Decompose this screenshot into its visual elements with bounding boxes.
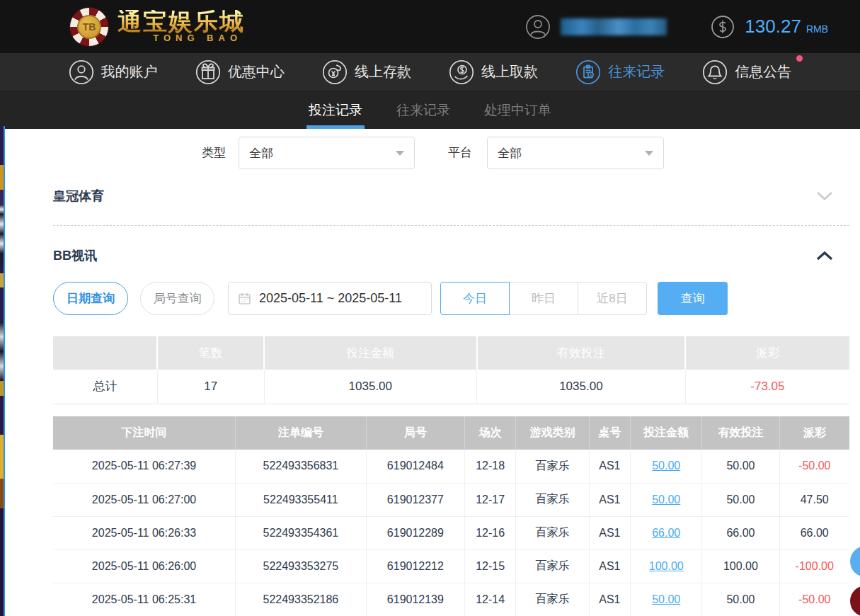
table-row: 2025-05-11 06:27:00 522493355411 6190123… [53, 483, 849, 516]
table-row: 2025-05-11 06:26:00 522493353275 6190122… [53, 549, 849, 583]
bet-amount-link[interactable]: 100.00 [649, 560, 684, 572]
date-range-input[interactable]: 2025-05-11 ~ 2025-05-11 [228, 282, 432, 315]
bet-amount-link[interactable]: 50.00 [652, 494, 680, 506]
nav-item-my-account[interactable]: 我的账户 [69, 59, 158, 85]
nav-item-announcements[interactable]: 信息公告 [702, 59, 791, 85]
date-query-button[interactable]: 日期查询 [53, 282, 128, 315]
cell-valid: 50.00 [702, 483, 779, 516]
tab-pending-orders[interactable]: 处理中订单 [483, 91, 553, 129]
round-query-button[interactable]: 局号查询 [140, 282, 214, 315]
cell-order: 522493352186 [236, 583, 367, 616]
content-area: 类型 全部 平台 全部 皇冠体育 BB视讯 日期查询 局号查询 [0, 129, 860, 616]
bell-icon [702, 59, 728, 85]
cell-payout: -100.00 [779, 549, 849, 583]
chevron-down-icon[interactable] [815, 190, 834, 202]
chevron-up-icon[interactable] [815, 250, 834, 261]
balance-currency: RMB [806, 23, 828, 35]
tab-transaction-records[interactable]: 往来记录 [395, 91, 452, 129]
site-logo[interactable]: TB 通宝娱乐城 TONG BAO [69, 7, 245, 47]
cell-round: 619012484 [366, 450, 465, 483]
cell-time: 2025-05-11 06:26:33 [53, 516, 236, 549]
nav-item-records[interactable]: 往来记录 [575, 59, 665, 85]
sub-tab-bar: 投注记录 往来记录 处理中订单 [0, 91, 860, 129]
last-8-days-button[interactable]: 近8日 [578, 282, 647, 315]
bet-amount-link[interactable]: 50.00 [652, 460, 680, 472]
username-redacted[interactable] [561, 18, 667, 35]
cell-session: 12-14 [465, 583, 516, 616]
cell-payout: 66.00 [779, 516, 849, 549]
section-divider [53, 225, 849, 226]
cell-time: 2025-05-11 06:27:39 [53, 450, 236, 483]
records-icon [575, 59, 601, 85]
main-nav: 我的账户 优惠中心 线上存款 [0, 53, 860, 91]
platform-select[interactable]: 全部 [487, 137, 664, 169]
calendar-icon [238, 292, 251, 305]
nav-item-withdraw[interactable]: 线上取款 [449, 59, 538, 85]
nav-item-promotions[interactable]: 优惠中心 [195, 59, 285, 85]
cell-payout: -50.00 [779, 583, 849, 616]
nav-label: 信息公告 [735, 62, 791, 81]
col-bet-amount: 投注金额 [631, 416, 702, 450]
cell-valid: 66.00 [702, 516, 779, 549]
cell-round: 619012289 [366, 516, 465, 549]
table-header-row: 下注时间 注单编号 局号 场次 游戏类别 桌号 投注金额 有效投注 派彩 [53, 416, 849, 450]
notification-dot [796, 55, 803, 62]
cell-valid: 50.00 [702, 583, 779, 616]
bet-amount-link[interactable]: 50.00 [652, 593, 680, 605]
nav-label: 我的账户 [101, 62, 158, 81]
tab-bet-records[interactable]: 投注记录 [307, 91, 364, 129]
summary-header-bet: 投注金额 [264, 336, 476, 370]
cell-valid: 50.00 [702, 450, 779, 483]
cell-order: 522493353275 [236, 549, 367, 583]
poker-chip-icon: TB [69, 7, 109, 47]
summary-total-payout: -73.05 [685, 370, 849, 404]
type-select[interactable]: 全部 [239, 137, 415, 169]
chevron-down-icon [645, 151, 653, 156]
type-select-value: 全部 [249, 145, 273, 161]
cell-session: 12-18 [465, 450, 516, 483]
cell-table: AS1 [589, 450, 631, 483]
cell-table: AS1 [589, 516, 631, 549]
cell-round: 619012212 [366, 549, 465, 583]
bet-amount-link[interactable]: 66.00 [652, 527, 680, 539]
section-title: BB视讯 [53, 247, 97, 264]
table-row: 2025-05-11 06:27:39 522493356831 6190124… [53, 450, 849, 483]
cell-time: 2025-05-11 06:25:31 [53, 583, 236, 616]
col-bet-time: 下注时间 [53, 416, 236, 450]
cell-session: 12-17 [465, 483, 516, 516]
search-button[interactable]: 查询 [658, 282, 728, 315]
filter-row: 类型 全部 平台 全部 [0, 136, 860, 170]
nav-item-deposit[interactable]: 线上存款 [322, 59, 411, 85]
chevron-down-icon [396, 151, 404, 156]
site-title: 通宝娱乐城 [117, 10, 245, 34]
user-icon[interactable] [525, 14, 551, 40]
nav-label: 优惠中心 [228, 62, 285, 81]
cell-payout: -50.00 [779, 450, 849, 483]
date-range-value: 2025-05-11 ~ 2025-05-11 [259, 291, 402, 306]
bet-records-table: 下注时间 注单编号 局号 场次 游戏类别 桌号 投注金额 有效投注 派彩 202… [53, 416, 849, 616]
section-bb-live[interactable]: BB视讯 [53, 242, 849, 269]
summary-total-bet: 1035.00 [264, 370, 476, 404]
cell-game: 百家乐 [516, 583, 590, 616]
summary-header-payout: 派彩 [685, 336, 849, 370]
nav-label: 线上存款 [355, 62, 411, 81]
cell-game: 百家乐 [516, 549, 590, 583]
platform-select-value: 全部 [498, 145, 522, 161]
cell-round: 619012377 [366, 483, 465, 516]
chip-tb-text: TB [77, 15, 101, 39]
summary-total-row: 总计 17 1035.00 1035.00 -73.05 [53, 370, 849, 404]
cell-game: 百家乐 [516, 450, 590, 483]
summary-total-count: 17 [157, 370, 264, 404]
cell-order: 522493354361 [236, 516, 367, 549]
withdraw-icon [449, 59, 474, 85]
cell-game: 百家乐 [516, 483, 590, 516]
today-button[interactable]: 今日 [440, 282, 510, 315]
balance-amount: 130.27 [745, 16, 801, 38]
section-crown-sports[interactable]: 皇冠体育 [53, 183, 849, 210]
type-filter-label: 类型 [202, 144, 226, 161]
col-order-number: 注单编号 [236, 416, 367, 450]
summary-table: 笔数 投注金额 有效投注 派彩 总计 17 1035.00 1035.00 -7… [53, 336, 849, 404]
yesterday-button[interactable]: 昨日 [509, 282, 578, 315]
platform-filter-label: 平台 [448, 144, 472, 161]
nav-label: 线上取款 [481, 62, 538, 81]
